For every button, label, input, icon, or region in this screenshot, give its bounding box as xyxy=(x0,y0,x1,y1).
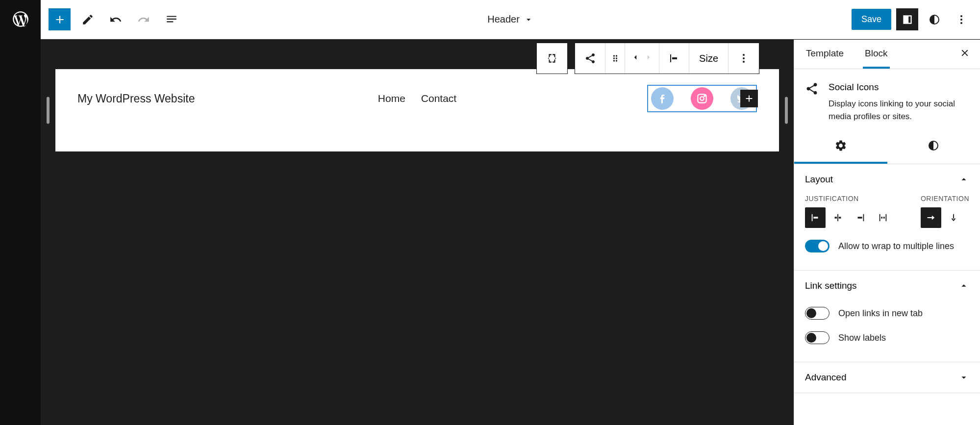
wordpress-logo-icon[interactable] xyxy=(11,10,30,31)
document-selector[interactable]: Header xyxy=(487,14,533,25)
svg-point-8 xyxy=(615,60,617,61)
chevron-down-icon xyxy=(524,15,533,25)
instagram-icon[interactable] xyxy=(691,87,713,110)
svg-point-3 xyxy=(613,55,614,56)
redo-button[interactable] xyxy=(132,8,154,30)
social-icons-block-icon[interactable] xyxy=(575,43,605,74)
document-title: Header xyxy=(487,14,520,25)
site-title[interactable]: My WordPress Website xyxy=(77,92,195,105)
panel-advanced: Advanced xyxy=(794,362,980,393)
settings-tab-general[interactable] xyxy=(794,129,887,164)
sidebar-tabs: Template Block xyxy=(794,40,980,69)
svg-point-13 xyxy=(700,97,704,100)
toolbar-right: Save xyxy=(852,8,972,30)
sidebar-toggle-button[interactable] xyxy=(896,8,918,30)
facebook-icon[interactable] xyxy=(651,87,674,110)
justify-center-button[interactable] xyxy=(828,207,848,228)
justify-right-button[interactable] xyxy=(850,207,871,228)
block-options-button[interactable] xyxy=(729,43,759,74)
svg-point-0 xyxy=(960,15,962,17)
block-title: Social Icons xyxy=(829,82,969,93)
panel-link-settings: Link settings Open links in new tab Show… xyxy=(794,271,980,362)
tab-template[interactable]: Template xyxy=(804,40,846,69)
panel-layout: Layout JUSTIFICATION ORIENTATION xyxy=(794,164,980,271)
options-button[interactable] xyxy=(950,8,972,30)
social-icons-block[interactable] xyxy=(647,85,757,112)
header-template-block[interactable]: Size My WordPress Website Home Contact xyxy=(55,69,779,151)
styles-button[interactable] xyxy=(923,8,945,30)
svg-point-2 xyxy=(960,22,962,24)
close-sidebar-button[interactable] xyxy=(959,48,970,61)
nav-link-home[interactable]: Home xyxy=(378,93,405,104)
block-description: Display icons linking to your social med… xyxy=(829,98,969,123)
svg-point-5 xyxy=(613,57,614,59)
settings-sidebar: Template Block Social Icons Display icon… xyxy=(794,40,980,425)
move-right-button xyxy=(642,51,655,66)
svg-point-11 xyxy=(743,61,745,63)
justification-label: JUSTIFICATION xyxy=(805,195,893,202)
svg-point-6 xyxy=(615,57,617,59)
toolbar-left xyxy=(49,8,182,30)
svg-point-4 xyxy=(615,55,617,56)
nav-link-contact[interactable]: Contact xyxy=(421,93,456,104)
save-button[interactable]: Save xyxy=(852,9,891,30)
contrast-icon xyxy=(928,140,939,151)
justify-left-button[interactable] xyxy=(805,207,826,228)
chevron-down-icon xyxy=(958,372,969,383)
navigation-menu: Home Contact xyxy=(378,93,456,104)
parent-block-button[interactable] xyxy=(537,43,567,74)
justify-button[interactable] xyxy=(659,43,689,74)
gear-icon xyxy=(834,139,847,152)
panel-advanced-header[interactable]: Advanced xyxy=(794,362,980,393)
justify-space-between-button[interactable] xyxy=(873,207,893,228)
move-left-button[interactable] xyxy=(629,51,642,66)
document-overview-button[interactable] xyxy=(160,8,182,30)
block-info-header: Social Icons Display icons linking to yo… xyxy=(794,69,980,129)
tab-block[interactable]: Block xyxy=(863,40,889,69)
orientation-vertical-button[interactable] xyxy=(943,207,964,228)
svg-point-1 xyxy=(960,19,962,21)
size-button[interactable]: Size xyxy=(689,43,729,74)
resize-handle-right[interactable] xyxy=(785,97,788,124)
admin-sidebar xyxy=(0,0,41,425)
editor-canvas: Size My WordPress Website Home Contact xyxy=(41,40,794,425)
svg-point-9 xyxy=(743,54,745,56)
settings-sub-tabs xyxy=(794,129,980,164)
share-icon xyxy=(805,82,819,98)
orientation-horizontal-button[interactable] xyxy=(921,207,941,228)
new-tab-label: Open links in new tab xyxy=(838,308,923,319)
show-labels-label: Show labels xyxy=(838,333,886,343)
orientation-label: ORIENTATION xyxy=(921,195,969,202)
undo-button[interactable] xyxy=(104,8,126,30)
settings-tab-styles[interactable] xyxy=(887,129,980,164)
svg-point-10 xyxy=(743,57,745,59)
edit-tool-button[interactable] xyxy=(76,8,99,30)
wrap-label: Allow to wrap to multiple lines xyxy=(838,241,954,251)
chevron-up-icon xyxy=(958,174,969,185)
wrap-toggle[interactable] xyxy=(805,240,829,252)
add-social-icon-button[interactable] xyxy=(740,90,758,107)
block-toolbar: Size xyxy=(536,43,759,74)
new-tab-toggle[interactable] xyxy=(805,307,829,320)
top-toolbar: Header Save xyxy=(41,0,980,39)
panel-link-settings-header[interactable]: Link settings xyxy=(794,271,980,301)
show-labels-toggle[interactable] xyxy=(805,331,829,344)
add-block-button[interactable] xyxy=(49,8,71,30)
resize-handle-left[interactable] xyxy=(47,97,50,124)
panel-layout-header[interactable]: Layout xyxy=(794,164,980,195)
svg-point-7 xyxy=(613,60,614,61)
svg-point-14 xyxy=(704,96,705,97)
chevron-up-icon xyxy=(958,280,969,291)
drag-handle[interactable] xyxy=(605,43,625,74)
